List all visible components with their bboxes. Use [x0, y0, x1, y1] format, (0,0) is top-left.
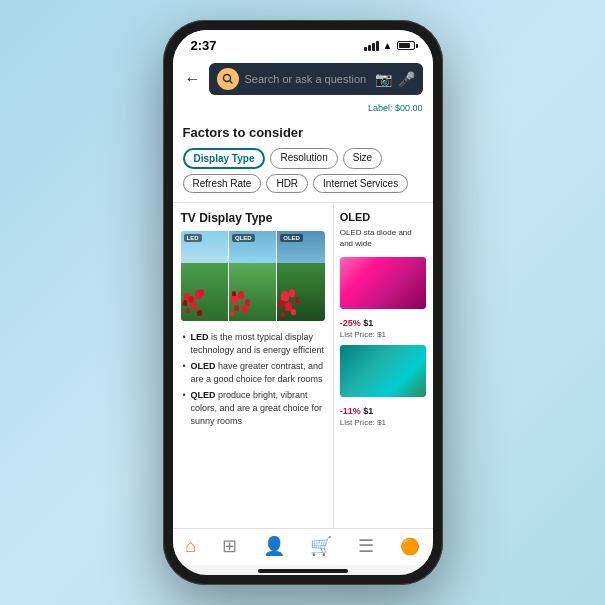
- profile-icon: 🟠: [400, 537, 420, 556]
- chip-internet-services[interactable]: Internet Services: [313, 174, 408, 193]
- left-panel: TV Display Type: [173, 203, 334, 528]
- product-image-2: [340, 345, 427, 397]
- product-price-1: $1: [363, 318, 373, 328]
- tv-segment-led: LED: [181, 231, 228, 321]
- home-indicator: [258, 569, 348, 573]
- bullet-qled: QLED produce bright, vibrant colors, and…: [181, 387, 325, 429]
- product-card-1[interactable]: -25% $1 List Price: $1: [340, 257, 427, 339]
- menu-icon: ☰: [358, 535, 374, 557]
- factors-section: Factors to consider Display Type Resolut…: [173, 117, 433, 198]
- wifi-icon: ▲: [383, 40, 393, 51]
- nav-cart[interactable]: 🛒: [310, 535, 332, 557]
- search-bar-container: ← Search or ask a question 📷 🎤: [173, 57, 433, 103]
- nav-bookmark[interactable]: ⊞: [222, 535, 237, 557]
- left-panel-title: TV Display Type: [181, 211, 325, 225]
- filter-chips-row1: Display Type Resolution Size: [183, 148, 423, 169]
- bookmark-icon: ⊞: [222, 535, 237, 557]
- product-discount-2: -11%: [340, 406, 364, 416]
- label-text: Label: $00.00: [368, 103, 423, 113]
- right-panel-title: OLED: [340, 211, 427, 223]
- status-time: 2:37: [191, 38, 217, 53]
- tv-segment-oled: OLED: [277, 231, 324, 321]
- chip-resolution[interactable]: Resolution: [270, 148, 337, 169]
- search-icon: [217, 68, 239, 90]
- tv-display-image: LED: [181, 231, 325, 321]
- content-area: TV Display Type: [173, 202, 433, 528]
- status-bar: 2:37 ▲: [173, 30, 433, 57]
- product-image-1: [340, 257, 427, 309]
- home-icon: ⌂: [185, 536, 196, 557]
- filter-chips-row2: Refresh Rate HDR Internet Services: [183, 174, 423, 193]
- bullet-list: LED is the most typical display technolo…: [181, 329, 325, 429]
- led-label: LED: [184, 234, 202, 242]
- signal-icon: [364, 41, 379, 51]
- tv-segment-qled: QLED: [229, 231, 276, 321]
- main-content: Factors to consider Display Type Resolut…: [173, 117, 433, 528]
- search-placeholder: Search or ask a question: [245, 73, 369, 85]
- bullet-led: LED is the most typical display technolo…: [181, 329, 325, 358]
- cart-icon: 🛒: [310, 535, 332, 557]
- nav-menu[interactable]: ☰: [358, 535, 374, 557]
- search-bar[interactable]: Search or ask a question 📷 🎤: [209, 63, 423, 95]
- phone-frame: 2:37 ▲ ←: [163, 20, 443, 585]
- phone-screen: 2:37 ▲ ←: [173, 30, 433, 575]
- product-list-price-2: List Price: $1: [340, 418, 427, 427]
- svg-line-1: [229, 81, 232, 84]
- chip-display-type[interactable]: Display Type: [183, 148, 266, 169]
- bottom-nav: ⌂ ⊞ 👤 🛒 ☰ 🟠: [173, 528, 433, 565]
- label-line: Label: $00.00: [173, 103, 433, 117]
- factors-title: Factors to consider: [183, 125, 423, 140]
- product-badge-1: -25% $1: [340, 312, 427, 330]
- status-icons: ▲: [364, 40, 415, 51]
- chip-size[interactable]: Size: [343, 148, 382, 169]
- product-card-2[interactable]: -11% $1 List Price: $1: [340, 345, 427, 427]
- back-button[interactable]: ←: [183, 68, 203, 90]
- product-badge-2: -11% $1: [340, 400, 427, 418]
- camera-icon[interactable]: 📷: [375, 71, 392, 87]
- search-right-icons: 📷 🎤: [375, 71, 415, 87]
- mic-icon[interactable]: 🎤: [398, 71, 415, 87]
- right-panel-desc: OLED sta diode and and wide: [340, 227, 427, 249]
- battery-icon: [397, 41, 415, 50]
- nav-profile[interactable]: 🟠: [400, 537, 420, 556]
- nav-account[interactable]: 👤: [263, 535, 285, 557]
- oled-label: OLED: [280, 234, 303, 242]
- account-icon: 👤: [263, 535, 285, 557]
- bullet-oled: OLED have greater contrast, and are a go…: [181, 358, 325, 387]
- nav-home[interactable]: ⌂: [185, 536, 196, 557]
- product-discount-1: -25%: [340, 318, 364, 328]
- chip-hdr[interactable]: HDR: [266, 174, 308, 193]
- product-price-2: $1: [363, 406, 373, 416]
- right-panel: OLED OLED sta diode and and wide -25% $1…: [334, 203, 433, 528]
- qled-label: QLED: [232, 234, 255, 242]
- chip-refresh-rate[interactable]: Refresh Rate: [183, 174, 262, 193]
- product-list-price-1: List Price: $1: [340, 330, 427, 339]
